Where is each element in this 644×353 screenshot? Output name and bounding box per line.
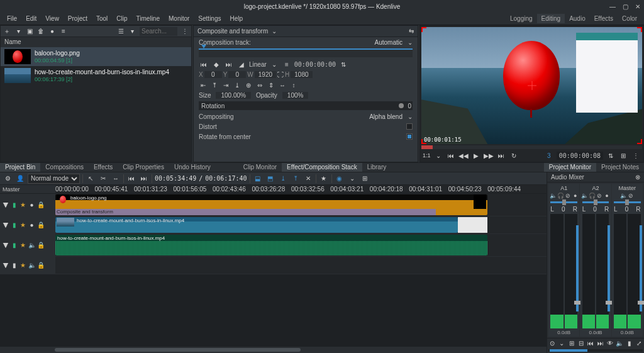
eye-icon[interactable]: 👁 xyxy=(606,340,614,347)
spacer-icon[interactable]: ↔ xyxy=(111,174,121,183)
tab-color[interactable]: Color xyxy=(618,14,641,23)
stepper-icon[interactable]: ⇅ xyxy=(338,60,348,69)
rotation-slider[interactable]: Rotation 0 xyxy=(199,101,413,110)
forward-icon[interactable]: ▶▶ xyxy=(484,151,494,160)
align-icon[interactable]: ⤒ xyxy=(210,81,219,89)
close-icon[interactable]: ✕ xyxy=(633,3,642,10)
align-icon[interactable]: ⊕ xyxy=(244,81,253,89)
lock-icon[interactable]: 🔒 xyxy=(37,242,44,249)
h-value[interactable]: 1080 xyxy=(291,71,312,78)
speaker-icon[interactable]: 🔈 xyxy=(581,193,587,199)
tab-effect-stack[interactable]: Effect/Composition Stack xyxy=(282,163,362,172)
mute-icon[interactable]: 🔈 xyxy=(28,262,35,269)
tab-logging[interactable]: Logging xyxy=(506,14,537,23)
tab-editing[interactable]: Editing xyxy=(537,14,565,23)
speaker-icon[interactable]: 🔈 xyxy=(550,193,556,199)
star-icon[interactable]: ★ xyxy=(19,221,26,228)
tab-effects[interactable]: Effects xyxy=(590,14,618,23)
align-icon[interactable]: ⇔ xyxy=(255,81,264,89)
expand-icon[interactable]: ⤢ xyxy=(635,340,643,347)
lock-icon[interactable]: 🔒 xyxy=(37,262,44,269)
w-value[interactable]: 1920 xyxy=(255,71,276,78)
delete-icon[interactable]: 🗑 xyxy=(37,28,45,35)
lock-icon[interactable]: 🔒 xyxy=(37,221,44,228)
chevron-down-icon[interactable]: ⌄ xyxy=(558,340,565,347)
preset-icon[interactable]: ⇆ xyxy=(409,28,414,35)
target-icon[interactable]: ▮ xyxy=(11,242,18,249)
magnet-icon[interactable]: ⊙ xyxy=(548,340,556,347)
y-value[interactable]: 0 xyxy=(228,71,246,78)
master-label[interactable]: Master xyxy=(0,185,55,193)
target-icon[interactable]: ▮ xyxy=(11,262,18,269)
align-icon[interactable]: ⇕ xyxy=(267,81,275,89)
opacity-value[interactable]: 100% xyxy=(282,92,309,99)
forward-end-icon[interactable]: ⏭ xyxy=(496,151,506,160)
bin-item[interactable]: how-to-create-mount-and-burn-isos-in-lin… xyxy=(1,66,191,85)
tag-icon[interactable]: ● xyxy=(48,28,56,35)
rotate-center-checkbox[interactable] xyxy=(406,133,413,140)
timeline-ruler[interactable]: Master 00:00:00:00 00:00:45:41 00:01:31:… xyxy=(0,185,547,194)
monitor-options-icon[interactable]: ⋮ xyxy=(631,151,641,160)
fader[interactable] xyxy=(640,225,642,311)
marker-icon[interactable]: ▮ xyxy=(625,340,633,347)
chevron-down-icon[interactable]: ⌄ xyxy=(272,28,277,35)
mute-icon[interactable]: ⊘ xyxy=(565,193,571,199)
chevron-down-icon[interactable]: ⌄ xyxy=(408,113,413,120)
timeline-scrollbar[interactable] xyxy=(0,347,547,353)
speaker-icon[interactable]: 🔈 xyxy=(620,193,626,199)
star-icon[interactable]: ★ xyxy=(19,262,26,269)
razor-icon[interactable]: ✂ xyxy=(98,174,108,183)
options-icon[interactable]: ⋮ xyxy=(181,28,189,35)
user-icon[interactable]: 👤 xyxy=(15,174,25,183)
headphone-icon[interactable]: 🎧 xyxy=(589,193,595,199)
menu-timeline[interactable]: Timeline xyxy=(132,14,164,23)
target-icon[interactable]: ▮ xyxy=(11,201,18,208)
edit-mode-select[interactable]: Normal mode xyxy=(28,174,80,184)
expand-icon[interactable]: ⯆ xyxy=(2,262,9,269)
db-value[interactable]: 0.0dB xyxy=(621,330,634,335)
tab-undo-history[interactable]: Undo History xyxy=(169,163,216,172)
rec-icon[interactable]: ● xyxy=(604,193,610,199)
x-value[interactable]: 0 xyxy=(204,71,222,78)
preview-icon[interactable]: ◉ xyxy=(335,174,345,183)
tab-effects[interactable]: Effects xyxy=(89,163,118,172)
mute-icon[interactable]: ⊘ xyxy=(628,193,634,199)
zone-out-icon[interactable]: ⬒ xyxy=(265,174,275,183)
align-icon[interactable]: ⇥ xyxy=(221,81,230,89)
expand-icon[interactable]: ⯆ xyxy=(2,221,9,228)
fader[interactable] xyxy=(608,225,610,311)
track-content[interactable]: how-to-create-mount-and-burn-isos-in-lin… xyxy=(55,216,547,233)
overwrite-icon[interactable]: ⤓ xyxy=(278,174,288,183)
zoom-slider[interactable] xyxy=(548,349,643,352)
zoom-fit-icon[interactable]: ⊞ xyxy=(568,340,575,347)
interp-icon[interactable]: ◢ xyxy=(236,60,247,69)
maximize-icon[interactable]: ▢ xyxy=(621,3,630,10)
clip-video-1[interactable]: baloon-logo.png Composite and transform xyxy=(55,194,487,215)
favorite-icon[interactable]: ★ xyxy=(319,174,329,183)
search-input[interactable] xyxy=(140,27,177,36)
skip-end-icon[interactable]: ⏭ xyxy=(139,174,149,183)
monitor-view[interactable]: 00:00:01:15 xyxy=(421,27,642,144)
handle-top-left[interactable] xyxy=(421,27,426,32)
star-icon[interactable]: ★ xyxy=(19,242,26,249)
headphone-icon[interactable]: 🎧 xyxy=(557,193,564,199)
clip-video-2[interactable]: how-to-create-mount-and-burn-isos-in-lin… xyxy=(55,217,458,233)
handle-top-right[interactable] xyxy=(637,27,642,32)
skip-start-icon[interactable]: ⏮ xyxy=(587,340,594,347)
mute-icon[interactable]: ⊘ xyxy=(596,193,602,199)
tab-audio[interactable]: Audio xyxy=(565,14,590,23)
dropdown-icon[interactable]: ▾ xyxy=(14,28,22,35)
loop-icon[interactable]: ↻ xyxy=(509,151,519,160)
keyframe-timecode[interactable]: 00:00:00:00 xyxy=(294,61,336,68)
db-value[interactable]: 0.0dB xyxy=(589,330,602,335)
tab-clip-properties[interactable]: Clip Properties xyxy=(118,163,169,172)
target-icon[interactable]: ▮ xyxy=(11,221,18,228)
add-keyframe-icon[interactable]: ◆ xyxy=(211,60,221,69)
stepper-icon[interactable]: ⇅ xyxy=(606,151,616,160)
balance-slider[interactable] xyxy=(550,201,577,203)
balance-slider[interactable] xyxy=(614,201,641,203)
keyframe-timeline[interactable] xyxy=(199,48,413,57)
distort-checkbox[interactable] xyxy=(406,123,413,130)
tab-clip-monitor[interactable]: Clip Monitor xyxy=(238,163,282,172)
mute-icon[interactable]: ● xyxy=(28,201,35,208)
